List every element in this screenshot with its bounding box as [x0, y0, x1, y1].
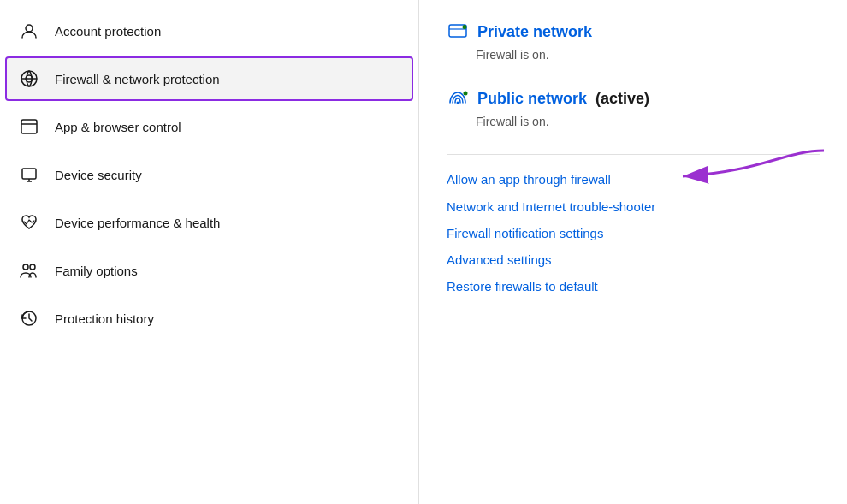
- svg-point-0: [26, 25, 33, 32]
- allow-app-container: Allow an app through firewall: [447, 172, 820, 187]
- restore-defaults-link[interactable]: Restore firewalls to default: [447, 279, 820, 294]
- private-network-title: Private network: [447, 21, 820, 43]
- sidebar-item-protection-history-label: Protection history: [55, 311, 154, 326]
- public-network-label: Public network: [477, 90, 587, 108]
- private-network-icon: [447, 21, 469, 43]
- sidebar-item-device-security-label: Device security: [55, 168, 142, 182]
- history-icon: [19, 308, 39, 329]
- advanced-settings-link[interactable]: Advanced settings: [447, 252, 820, 267]
- sidebar-item-firewall-label: Firewall & network protection: [55, 72, 220, 86]
- firewall-icon: [19, 68, 39, 89]
- sidebar-item-device-security[interactable]: Device security: [0, 151, 418, 199]
- sidebar-item-app-browser[interactable]: App & browser control: [0, 103, 418, 151]
- sidebar-item-device-performance-label: Device performance & health: [55, 216, 220, 230]
- sidebar: Account protection Firewall & network pr…: [0, 0, 419, 504]
- links-section: Allow an app through firewall Network an…: [447, 172, 820, 294]
- svg-rect-5: [22, 169, 36, 179]
- sidebar-item-app-browser-label: App & browser control: [55, 120, 181, 134]
- sidebar-item-family-options-label: Family options: [55, 264, 138, 278]
- content-divider: [447, 154, 820, 155]
- svg-point-8: [23, 264, 28, 270]
- private-network-status: Firewall is on.: [476, 48, 820, 62]
- public-network-title: Public network (active): [447, 87, 820, 110]
- svg-point-14: [457, 102, 459, 104]
- svg-point-9: [30, 264, 35, 270]
- main-content: Private network Firewall is on. Public n…: [419, 0, 847, 504]
- family-icon: [19, 260, 39, 281]
- firewall-notifications-link[interactable]: Firewall notification settings: [447, 226, 820, 240]
- network-troubleshooter-link[interactable]: Network and Internet trouble-shooter: [447, 199, 820, 214]
- public-network-active-badge: (active): [595, 90, 649, 108]
- public-network-icon: [447, 87, 469, 110]
- svg-point-13: [463, 25, 467, 29]
- heart-icon: [19, 212, 39, 233]
- public-network-status: Firewall is on.: [476, 115, 820, 128]
- svg-rect-3: [21, 120, 37, 133]
- sidebar-item-protection-history[interactable]: Protection history: [0, 294, 418, 342]
- sidebar-item-account-protection[interactable]: Account protection: [0, 7, 418, 55]
- allow-app-link[interactable]: Allow an app through firewall: [447, 172, 611, 187]
- browser-icon: [19, 116, 39, 137]
- svg-point-15: [464, 92, 468, 96]
- public-network-section: Public network (active) Firewall is on.: [447, 87, 820, 128]
- account-icon: [19, 21, 39, 41]
- sidebar-item-family-options[interactable]: Family options: [0, 246, 418, 294]
- sidebar-item-account-protection-label: Account protection: [55, 24, 161, 39]
- private-network-label: Private network: [477, 23, 592, 41]
- device-security-icon: [19, 164, 39, 185]
- private-network-section: Private network Firewall is on.: [447, 21, 820, 62]
- sidebar-item-device-performance[interactable]: Device performance & health: [0, 199, 418, 246]
- sidebar-item-firewall-network[interactable]: Firewall & network protection: [5, 56, 413, 101]
